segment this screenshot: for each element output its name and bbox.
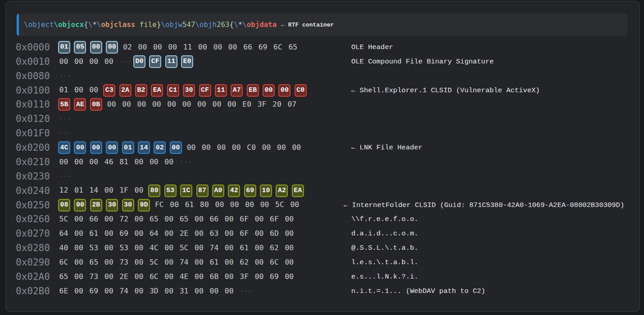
hex-byte: 00 [163, 230, 175, 238]
hex-byte: C0 [245, 144, 258, 152]
hex-row: 0x02906C00650073005C007400610062006C00l.… [6, 255, 639, 270]
hex-byte: 00 [193, 273, 205, 281]
banner-accent-bar [17, 14, 19, 36]
hex-byte: 00 [283, 259, 295, 266]
hex-byte: 5C [58, 216, 70, 223]
row-offset: 0x0200 [16, 140, 50, 155]
hex-row: 0x02605C00660072006500650066006F006F00\\… [6, 212, 639, 227]
hex-byte: 00 [73, 86, 85, 94]
hex-byte-clsid: AE [74, 98, 86, 111]
row-annotation: l.e.s.\.t.a.b.l. [351, 255, 418, 270]
hex-byte: 6F [268, 216, 280, 223]
row-annotation: ← InternetFolder CLSID (Guid: 871C5380-4… [344, 198, 624, 212]
hex-byte: 53 [118, 244, 130, 252]
hex-row: 0x001000000000···D0CF11E0OLE Compound Fi… [6, 54, 639, 69]
hex-byte: 00 [73, 244, 85, 252]
hex-byte: 3D [148, 288, 160, 295]
ellipsis: ··· [58, 72, 70, 80]
hex-byte: 5C [148, 259, 160, 266]
hex-byte: 2E [178, 230, 190, 238]
rtf-token: \objh [195, 20, 217, 29]
hex-byte-clsid: C1 [167, 84, 179, 97]
hex-byte: 74 [208, 244, 220, 252]
hex-byte-ole: E0 [181, 55, 193, 68]
row-bytes: 5C00660072006500650066006F006F00 [58, 212, 295, 227]
hex-byte-ole: 11 [165, 55, 177, 68]
hex-byte-clsid: CF [199, 84, 211, 97]
hex-byte: 53 [88, 244, 100, 252]
hex-byte: 01 [58, 86, 70, 94]
hex-byte: 00 [215, 144, 227, 152]
hex-byte-ole: 00 [90, 41, 102, 54]
row-offset: 0x0250 [16, 198, 50, 212]
hex-byte: 61 [88, 230, 100, 238]
row-offset: 0x0260 [16, 212, 50, 227]
hex-byte: 00 [58, 58, 70, 66]
hex-byte: 2E [118, 273, 130, 281]
row-offset: 0x0120 [16, 112, 50, 126]
hex-byte: 3F [238, 273, 250, 281]
hex-byte: 00 [73, 273, 85, 281]
hex-byte: 00 [223, 216, 235, 223]
row-bytes: 6E00690074003D0031000000··· [58, 284, 250, 298]
hex-byte-clsid: C0 [295, 84, 307, 97]
hex-byte-clsid: B2 [135, 84, 147, 97]
row-bytes: 120114001F0080531C87A0426910A2EA [58, 184, 304, 198]
hex-byte: 6E [58, 288, 70, 295]
row-bytes: 08002B30309DFC006180000000005C00 [58, 198, 301, 212]
hex-byte-ole: D0 [133, 55, 145, 68]
rtf-token: \ [242, 20, 247, 29]
rtf-token: \objw [161, 20, 182, 29]
row-offset: 0x0110 [16, 98, 50, 112]
hex-byte: 66 [242, 44, 254, 51]
hex-byte: 00 [88, 158, 100, 166]
hex-byte: 00 [196, 101, 208, 108]
row-offset: 0x0230 [16, 169, 50, 184]
hex-byte: 00 [200, 144, 213, 152]
hex-byte: 00 [88, 86, 100, 94]
rtf-token: \ [88, 20, 93, 29]
hex-byte: 00 [223, 288, 235, 295]
hex-byte: 00 [253, 259, 265, 266]
hex-byte: 00 [136, 44, 149, 51]
row-offset: 0x0210 [16, 155, 50, 169]
hex-byte: 00 [133, 158, 145, 166]
hex-byte: 00 [150, 101, 163, 108]
hex-byte-lnk: 00 [170, 141, 182, 154]
hex-byte: 00 [193, 230, 205, 238]
rtf-token: { [230, 20, 234, 29]
hex-byte: 00 [163, 244, 175, 252]
hex-byte-guid: 30 [106, 199, 118, 212]
hex-byte: 00 [166, 101, 178, 108]
row-bytes: ··· [58, 126, 70, 140]
hex-byte: 62 [238, 259, 250, 266]
hex-byte: 00 [73, 58, 85, 66]
row-bytes: 01050000020000001100000066696C65 [58, 40, 299, 54]
hex-byte: 00 [226, 101, 238, 108]
row-annotation: @.S.S.L.\.t.a.b. [351, 241, 418, 255]
row-annotation: \\f.r.e.e.f.o.o. [351, 212, 418, 227]
hex-byte: E0 [241, 101, 253, 108]
row-offset: 0x0290 [16, 255, 50, 270]
hex-byte: 00 [211, 101, 223, 108]
hex-byte-guid: 2B [90, 199, 102, 212]
hex-byte: 00 [73, 288, 85, 295]
row-bytes: 5BAE0B000000000000000000E03F2007 [58, 98, 298, 112]
hex-byte: 11 [181, 44, 194, 51]
hex-byte: 61 [183, 201, 195, 209]
hex-row: 0x02B06E00690074003D0031000000···n.i.t.=… [6, 284, 639, 298]
hex-byte-clsid: 5B [58, 98, 70, 111]
hex-byte-guid: 08 [58, 199, 70, 212]
hex-byte: 65 [287, 44, 299, 51]
rtf-token: * [92, 20, 97, 29]
hex-byte: 00 [103, 273, 115, 281]
hex-byte: 69 [257, 44, 269, 51]
hex-byte: 14 [88, 187, 100, 194]
hexdump-rows: 0x000001050000020000001100000066696C65OL… [6, 40, 639, 298]
hex-byte: 66 [208, 216, 220, 223]
hex-byte: 00 [133, 244, 145, 252]
rtf-token: objclass [101, 20, 135, 29]
rtf-token: } [157, 20, 161, 29]
hex-byte: 00 [167, 44, 179, 51]
hex-byte: 74 [118, 288, 130, 295]
